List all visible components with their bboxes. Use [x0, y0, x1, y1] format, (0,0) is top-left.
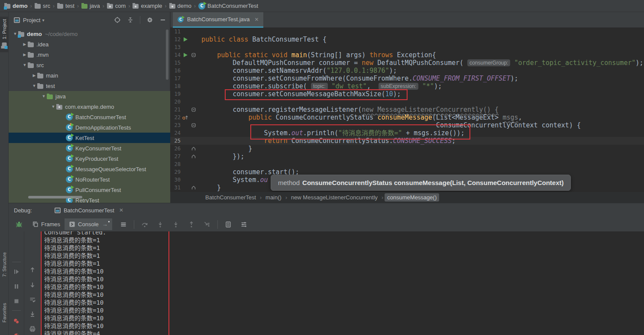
tree-item-src[interactable]: ▼src — [9, 60, 170, 70]
fold-end-icon[interactable] — [190, 185, 197, 190]
breadcrumb-item-java[interactable]: java — [81, 3, 100, 9]
scroll-to-end-icon[interactable] — [29, 311, 36, 318]
tree-item-main[interactable]: ▶main — [9, 70, 170, 81]
step-over-icon[interactable] — [139, 221, 151, 228]
fold-open-icon[interactable] — [190, 107, 197, 112]
debug-label: Debug: — [14, 207, 32, 214]
project-panel-title[interactable]: Project — [23, 17, 40, 23]
console-line: 待消息消费的条数=10 — [44, 322, 106, 330]
run-to-cursor-icon[interactable] — [201, 221, 213, 228]
tree-vertical-scrollbar[interactable] — [166, 29, 168, 80]
code-line-12: public class BatchConsumerTest { — [198, 36, 644, 43]
tree-item-.idea[interactable]: ▶.idea — [9, 39, 170, 49]
pause-icon[interactable] — [13, 283, 20, 290]
locate-file-icon[interactable] — [114, 16, 121, 23]
down-stack-trace-icon[interactable] — [29, 281, 36, 288]
run-icon[interactable] — [181, 53, 190, 57]
hide-panel-icon[interactable] — [159, 16, 166, 23]
code-line-14: public static void main(String[] args) t… — [198, 51, 644, 59]
mute-breakpoints-icon[interactable] — [13, 332, 20, 335]
tree-item-KetTest[interactable]: KetTest — [9, 133, 170, 143]
tree-item-KeyConsumerTest[interactable]: KeyConsumerTest — [9, 143, 170, 153]
breadcrumb-item-src[interactable]: src — [35, 3, 50, 9]
editor-breadcrumb-3[interactable]: new MessageListenerConcurrently — [288, 193, 380, 202]
print-icon[interactable] — [29, 325, 36, 332]
menu-icon[interactable] — [117, 221, 129, 228]
view-breakpoints-icon[interactable] — [13, 318, 20, 325]
tab-console[interactable]: Console → — [65, 218, 112, 230]
tree-item-test[interactable]: ▼test — [9, 81, 170, 91]
tree-item-PullConsumerTest[interactable]: PullConsumerTest — [9, 185, 170, 195]
fold-open-icon[interactable] — [190, 123, 197, 127]
stripe-tab-structure-label: 7: Structure — [2, 252, 7, 277]
console-line: 待消息消费的条数=10 — [44, 306, 106, 314]
chevron-expanded-icon[interactable]: ▼ — [50, 104, 56, 109]
fold-open-icon[interactable] — [190, 53, 197, 57]
force-step-into-icon[interactable] — [170, 221, 182, 228]
gear-icon[interactable] — [146, 16, 153, 23]
stripe-tab-favorites[interactable]: Favorites — [0, 300, 9, 325]
divider — [12, 310, 21, 311]
chevron-expanded-icon[interactable]: ▼ — [12, 32, 18, 36]
tree-item-demo[interactable]: ▼demo~/code/demo — [9, 29, 170, 39]
code-area[interactable]: public class BatchConsumerTest { public … — [198, 28, 644, 192]
line-number: 16 — [170, 68, 181, 74]
chevron-expanded-icon[interactable]: ▼ — [31, 84, 37, 88]
step-into-icon[interactable] — [154, 221, 166, 228]
code-line-28 — [198, 160, 644, 168]
breadcrumb-item-demo[interactable]: demo — [169, 3, 192, 9]
close-icon[interactable]: ✕ — [119, 207, 123, 213]
tree-item-MessageQueueSelectorTest[interactable]: MessageQueueSelectorTest — [9, 164, 170, 174]
editor-gutter[interactable]: 1112131415161718192021222324252627282930… — [170, 28, 198, 192]
breadcrumb-item-demo[interactable]: demo — [4, 3, 28, 9]
soft-wrap-icon[interactable] — [29, 296, 36, 303]
line-number: 17 — [170, 75, 181, 81]
tree-item-DemoApplicationTests[interactable]: DemoApplicationTests — [9, 122, 170, 133]
rerun-debug-icon[interactable] — [13, 221, 25, 228]
code-editor[interactable]: 1112131415161718192021222324252627282930… — [170, 28, 644, 192]
tab-frames[interactable]: Frames — [28, 218, 65, 230]
editor-breadcrumb-4[interactable]: consumeMessage() — [385, 193, 439, 202]
chevron-down-icon[interactable]: ▾ — [42, 18, 44, 23]
tree-item-NoRouterTest[interactable]: NoRouterTest — [9, 174, 170, 185]
gutter-line: 22 — [170, 114, 198, 121]
overrides-method-icon[interactable] — [181, 114, 190, 120]
up-stack-trace-icon[interactable] — [29, 267, 36, 273]
chevron-collapsed-icon[interactable]: ▶ — [22, 42, 28, 46]
run-triangle-icon[interactable] — [184, 37, 188, 42]
run-icon[interactable] — [181, 37, 190, 42]
debug-session-tab[interactable]: BatchConsumerTest ✕ — [51, 206, 127, 215]
tree-item-java[interactable]: ▼java — [9, 91, 170, 101]
tree-horizontal-scrollbar[interactable] — [28, 196, 82, 198]
tree-item-path: ~/code/demo — [45, 31, 78, 37]
breadcrumb-item-test[interactable]: test — [57, 3, 74, 9]
fold-end-icon[interactable] — [190, 154, 197, 159]
tree-item-BatchConsumerTest[interactable]: BatchConsumerTest — [9, 112, 170, 122]
layout-settings-icon[interactable] — [238, 221, 250, 228]
fold-end-icon[interactable] — [190, 146, 197, 151]
step-out-icon[interactable] — [185, 221, 197, 228]
run-triangle-icon[interactable] — [184, 53, 188, 57]
chevron-expanded-icon[interactable]: ▼ — [41, 94, 47, 98]
project-tree[interactable]: ▼demo~/code/demo▶.idea▶.mvn▼src▶main▼tes… — [9, 29, 170, 203]
collapse-all-icon[interactable] — [127, 16, 134, 23]
chevron-expanded-icon[interactable]: ▼ — [22, 63, 28, 67]
editor-breadcrumb-1[interactable]: BatchConsumerTest — [203, 193, 259, 202]
breadcrumb-item-com[interactable]: com — [107, 3, 126, 9]
close-icon[interactable]: ✕ — [255, 16, 259, 23]
editor-tab[interactable]: BatchConsumerTest.java ✕ — [173, 12, 263, 28]
debug-console[interactable]: Consumer Started.待消息消费的条数=1待消息消费的条数=1待消息… — [41, 231, 644, 335]
chevron-collapsed-icon[interactable]: ▶ — [22, 52, 28, 57]
evaluate-expression-icon[interactable] — [222, 221, 234, 228]
resume-icon[interactable] — [13, 268, 20, 275]
stop-icon[interactable] — [13, 298, 20, 305]
tree-item-.mvn[interactable]: ▶.mvn — [9, 49, 170, 60]
tree-item-KeyProducerTest[interactable]: KeyProducerTest — [9, 153, 170, 164]
stripe-tab-project[interactable]: 1: Project — [0, 16, 9, 52]
breadcrumb-item-example[interactable]: example — [133, 3, 162, 9]
editor-breadcrumb-2[interactable]: main() — [263, 193, 284, 202]
chevron-collapsed-icon[interactable]: ▶ — [31, 73, 37, 78]
stripe-tab-structure[interactable]: 7: Structure — [0, 250, 9, 280]
breadcrumb-item-BatchConsumerTest[interactable]: BatchConsumerTest — [198, 3, 258, 10]
tree-item-com.example.demo[interactable]: ▼com.example.demo — [9, 101, 170, 112]
